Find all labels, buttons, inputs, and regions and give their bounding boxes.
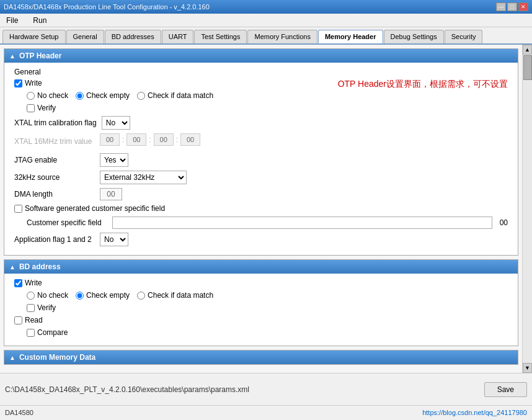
tab-uart[interactable]: UART xyxy=(162,30,194,43)
source-row: 32kHz source External 32kHz Internal RC xyxy=(14,171,508,184)
otp-header-body: General Write xyxy=(4,63,518,255)
app-flag-select[interactable]: No Yes xyxy=(100,233,128,246)
app-flag-label: Application flag 1 and 2 xyxy=(14,235,95,244)
tab-debug-settings[interactable]: Debug Settings xyxy=(384,30,444,43)
software-gen-checkbox[interactable] xyxy=(14,205,22,213)
software-gen-row: Software generated customer specific fie… xyxy=(14,204,508,213)
bd-no-check-radio[interactable] xyxy=(27,292,35,300)
bd-address-panel: ▲ BD address Write No check xyxy=(4,259,518,346)
jtag-row: JTAG enable Yes No xyxy=(14,153,508,167)
dma-row: DMA length xyxy=(14,188,508,200)
check-radio-group: No check Check empty Check if data match xyxy=(27,91,213,100)
status-bar: DA14580 https://blog.csdn.net/qq_2411798… xyxy=(0,405,532,419)
app-flag-row: Application flag 1 and 2 No Yes xyxy=(14,233,508,246)
bd-compare-row: Compare xyxy=(27,328,508,337)
bd-write-checkbox-label[interactable]: Write xyxy=(14,279,42,287)
no-check-label[interactable]: No check xyxy=(27,91,68,100)
bottom-bar: C:\DA1458x_DA1468x_PLT_v_4.2.0.160\execu… xyxy=(0,373,532,405)
customer-label: Customer specific field xyxy=(27,218,107,227)
scroll-up-arrow[interactable]: ▲ xyxy=(523,45,532,55)
menu-file[interactable]: File xyxy=(2,15,22,26)
software-gen-checkbox-label[interactable]: Software generated customer specific fie… xyxy=(14,204,165,213)
path-row: C:\DA1458x_DA1468x_PLT_v_4.2.0.160\execu… xyxy=(0,380,532,400)
status-left: DA14580 xyxy=(5,409,33,416)
xtal-trim-label: XTAL trim calibration flag xyxy=(14,118,97,127)
xtal16-values: : : : xyxy=(100,133,200,146)
verify-checkbox[interactable] xyxy=(27,104,35,112)
check-data-match-label[interactable]: Check if data match xyxy=(137,91,213,100)
window-title: DA1458x/DA1468x Production Line Tool Con… xyxy=(4,3,210,11)
source-label: 32kHz source xyxy=(14,173,95,182)
jtag-select[interactable]: Yes No xyxy=(100,153,128,167)
bd-address-label: BD address xyxy=(19,262,61,271)
bd-verify-checkbox-label[interactable]: Verify xyxy=(27,303,56,312)
bd-read-checkbox-label[interactable]: Read xyxy=(14,316,43,324)
file-path: C:\DA1458x_DA1468x_PLT_v_4.2.0.160\execu… xyxy=(5,385,249,394)
bd-verify-checkbox[interactable] xyxy=(27,304,35,312)
otp-header-panel: ▲ OTP Header General Write xyxy=(4,48,518,256)
custom-collapse-arrow: ▲ xyxy=(9,354,16,361)
minimize-button[interactable]: — xyxy=(496,2,506,11)
verify-row: Verify xyxy=(27,104,213,112)
main-content: ▲ OTP Header General Write xyxy=(0,45,532,373)
otp-header-title[interactable]: ▲ OTP Header xyxy=(4,49,518,63)
xtal16-row: XTAL 16MHz trim value : : : xyxy=(14,133,508,150)
scroll-down-arrow[interactable]: ▼ xyxy=(523,363,532,373)
tab-bar: Hardware Setup General BD addresses UART… xyxy=(0,27,532,45)
dma-input[interactable] xyxy=(100,188,122,200)
menu-run[interactable]: Run xyxy=(29,15,50,26)
tab-security[interactable]: Security xyxy=(445,30,483,43)
status-right: https://blog.csdn.net/qq_24117980 xyxy=(422,409,527,416)
custom-memory-title[interactable]: ▲ Custom Memory Data xyxy=(4,351,518,364)
scrollbar: ▲ ▼ xyxy=(522,45,532,373)
write-checkbox[interactable] xyxy=(14,79,22,87)
xtal16-val-3[interactable] xyxy=(180,133,200,146)
bd-check-data-match-radio[interactable] xyxy=(137,292,145,300)
check-empty-label[interactable]: Check empty xyxy=(76,91,130,100)
write-checkbox-label[interactable]: Write xyxy=(14,79,42,87)
bd-address-title[interactable]: ▲ BD address xyxy=(4,260,518,274)
window-controls: — □ ✕ xyxy=(496,2,528,11)
bd-collapse-arrow: ▲ xyxy=(9,264,16,270)
tab-bd-addresses[interactable]: BD addresses xyxy=(105,30,161,43)
tab-memory-functions[interactable]: Memory Functions xyxy=(247,30,317,43)
bd-check-radio-group: No check Check empty Check if data match xyxy=(27,291,508,300)
bd-read-row: Read xyxy=(14,316,508,324)
bd-compare-checkbox-label[interactable]: Compare xyxy=(27,328,68,337)
bd-verify-row: Verify xyxy=(27,303,508,312)
tab-general[interactable]: General xyxy=(66,30,104,43)
title-bar: DA1458x/DA1468x Production Line Tool Con… xyxy=(0,0,532,14)
scroll-thumb[interactable] xyxy=(523,55,532,80)
xtal-trim-select[interactable]: No Yes xyxy=(102,116,130,130)
bd-read-checkbox[interactable] xyxy=(14,316,22,324)
tab-memory-header[interactable]: Memory Header xyxy=(318,30,383,43)
bd-address-body: Write No check Check empty Chec xyxy=(4,274,518,346)
bd-compare-checkbox[interactable] xyxy=(27,329,35,337)
write-row: Write xyxy=(14,79,213,87)
tab-hardware-setup[interactable]: Hardware Setup xyxy=(2,30,66,43)
maximize-button[interactable]: □ xyxy=(507,2,517,11)
xtal16-label: XTAL 16MHz trim value xyxy=(14,137,95,146)
no-check-radio[interactable] xyxy=(27,92,35,100)
content-area: ▲ OTP Header General Write xyxy=(0,45,522,373)
bd-check-data-match-label[interactable]: Check if data match xyxy=(137,291,213,300)
xtal16-val-0[interactable] xyxy=(100,133,120,146)
customer-value: 00 xyxy=(500,218,508,227)
general-group-label: General xyxy=(14,68,508,76)
bd-check-empty-radio[interactable] xyxy=(76,292,84,300)
check-data-match-radio[interactable] xyxy=(137,92,145,100)
close-button[interactable]: ✕ xyxy=(518,2,528,11)
source-select[interactable]: External 32kHz Internal RC xyxy=(100,171,187,184)
verify-checkbox-label[interactable]: Verify xyxy=(27,104,56,112)
check-empty-radio[interactable] xyxy=(76,92,84,100)
bd-write-checkbox[interactable] xyxy=(14,279,22,287)
xtal16-val-2[interactable] xyxy=(154,133,174,146)
xtal16-val-1[interactable] xyxy=(126,133,146,146)
customer-input[interactable] xyxy=(112,217,492,229)
save-button[interactable]: Save xyxy=(484,382,527,397)
custom-memory-label: Custom Memory Data xyxy=(19,353,95,362)
bd-check-empty-label[interactable]: Check empty xyxy=(76,291,130,300)
bd-write-row: Write xyxy=(14,279,508,287)
tab-test-settings[interactable]: Test Settings xyxy=(194,30,247,43)
bd-no-check-label[interactable]: No check xyxy=(27,291,68,300)
